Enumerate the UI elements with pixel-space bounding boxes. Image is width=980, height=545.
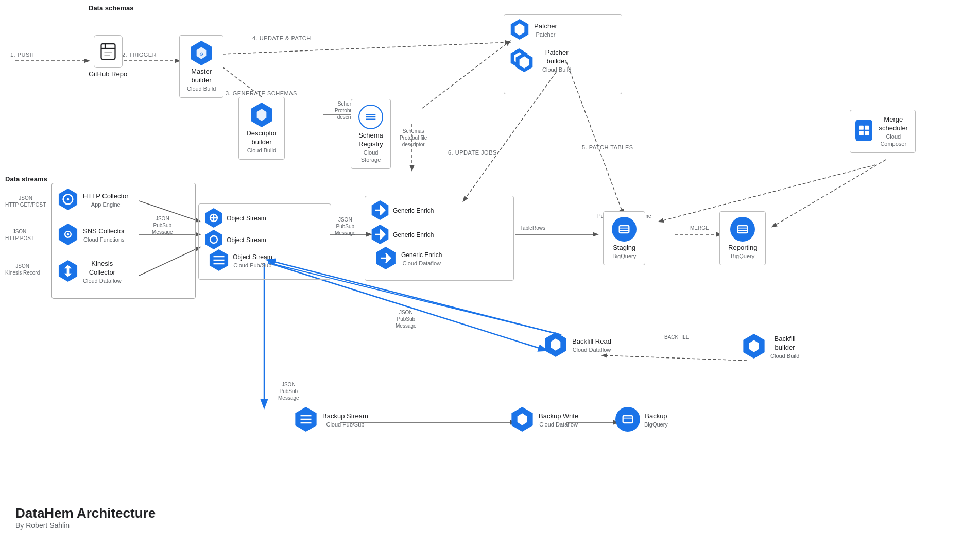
svg-line-22: [603, 355, 747, 361]
json-post-label: JSONHTTP POST: [5, 228, 34, 242]
backfill-builder-icon: [742, 334, 766, 359]
object-stream-2-node: Object Stream: [204, 230, 266, 251]
master-builder-sublabel: Cloud Build: [187, 85, 216, 92]
json-pubsub-3-label: JSONPubSubMessage: [396, 309, 417, 329]
data-streams-label: Data streams: [5, 175, 47, 183]
generic-enrich-1-label: Generic Enrich: [393, 207, 434, 215]
object-stream-3-label: Object Stream: [233, 253, 272, 262]
backfill-read-label: Backfill Read: [572, 337, 611, 346]
http-collector-node: HTTP Collector App Engine: [57, 189, 129, 212]
svg-line-9: [659, 165, 875, 222]
step-5-label: 5. PATCH TABLES: [582, 144, 633, 150]
sns-collector-label: SNS Collector: [83, 227, 125, 236]
backup-stream-node: Backup Stream Cloud Pub/Sub: [294, 407, 368, 434]
svg-rect-24: [101, 44, 115, 59]
descriptor-builder-icon: [249, 103, 274, 127]
object-stream-3-node: Object Stream Cloud Pub/Sub: [208, 249, 272, 273]
object-stream-1-label: Object Stream: [227, 215, 266, 223]
schema-registry-sublabel: Cloud Storage: [358, 149, 383, 164]
backup-stream-sublabel: Cloud Pub/Sub: [322, 421, 368, 428]
backup-write-icon: [510, 407, 535, 432]
svg-text:⚙: ⚙: [199, 52, 203, 57]
merge-scheduler-label: Mergescheduler: [876, 115, 910, 133]
kinesis-collector-sublabel: Cloud Dataflow: [83, 277, 122, 284]
staging-sublabel: BigQuery: [612, 252, 637, 260]
descriptor-builder-sublabel: Cloud Build: [246, 147, 277, 154]
object-stream-2-label: Object Stream: [227, 236, 266, 245]
schema-registry-icon: [358, 105, 383, 129]
svg-rect-43: [738, 226, 748, 233]
backup-write-node: Backup Write Cloud Dataflow: [510, 407, 578, 434]
kinesis-collector-icon: [57, 260, 79, 282]
schema-registry-label: SchemaRegistry: [358, 131, 383, 149]
backfill-read-icon: [543, 332, 568, 357]
svg-point-41: [210, 236, 217, 243]
merge-label: MERGE: [690, 225, 709, 231]
github-repo-node: GitHub Repo: [89, 35, 127, 79]
descriptor-builder-label: Descriptorbuilder: [246, 129, 277, 147]
patcher-box: Patcher Patcher Patcherbuilder Cloud Bui…: [504, 14, 622, 94]
generic-enrich-2-node: Generic Enrich: [370, 225, 434, 246]
patcher-sublabel: Patcher: [534, 31, 557, 38]
staging-node: Staging BigQuery Partition: Ingestion ti…: [597, 211, 651, 219]
svg-rect-33: [859, 126, 863, 130]
svg-rect-36: [865, 131, 869, 135]
step-3-label: 3. GENERATE SCHEMAS: [226, 90, 297, 96]
svg-point-39: [67, 233, 70, 236]
patcher-builder-label: Patcherbuilder: [542, 48, 571, 66]
architecture-subtitle: By Robert Sahlin: [15, 521, 156, 530]
json-pubsub-4-label: JSONPubSubMessage: [278, 381, 299, 401]
generic-enrich-3-node: Generic Enrich Cloud Dataflow: [374, 247, 442, 271]
bottom-title: DataHem Architecture By Robert Sahlin: [15, 505, 156, 530]
staging-icon: [612, 217, 637, 242]
merge-scheduler-sublabel: Cloud Composer: [876, 133, 910, 148]
reporting-sublabel: BigQuery: [728, 252, 757, 260]
kinesis-collector-node: KinesisCollector Cloud Dataflow: [57, 260, 122, 284]
patcher-label: Patcher: [534, 22, 557, 31]
object-stream-1-node: Object Stream: [204, 208, 266, 230]
svg-line-2: [222, 42, 510, 54]
svg-line-8: [772, 160, 886, 227]
step-1-label: 1. PUSH: [10, 52, 34, 58]
github-icon: [94, 35, 123, 68]
data-schemas-label: Data schemas: [89, 4, 133, 12]
tablerows-label: TableRows: [520, 225, 545, 231]
schemas-label-2: SchemasProtobuf filedescriptor: [400, 128, 427, 148]
backfill-builder-node: Backfillbuilder Cloud Build: [742, 334, 799, 361]
backfill-read-node: Backfill Read Cloud Dataflow: [543, 332, 611, 359]
master-builder-icon: ⚙: [189, 41, 214, 65]
architecture-title: DataHem Architecture: [15, 505, 156, 521]
svg-line-6: [422, 41, 510, 108]
json-get-label: JSONHTTP GET/POST: [5, 195, 46, 208]
patcher-node: Patcher Patcher: [509, 19, 557, 42]
sns-collector-node: SNS Collector Cloud Functions: [57, 224, 125, 247]
staging-label: Staging: [612, 244, 637, 252]
sns-collector-sublabel: Cloud Functions: [83, 236, 125, 243]
backup-write-label: Backup Write: [539, 412, 578, 421]
object-stream-3-sublabel: Cloud Pub/Sub: [233, 262, 272, 269]
generic-enrich-1-icon: [370, 200, 390, 220]
object-stream-3-icon: [208, 249, 230, 271]
backfill-builder-label: Backfillbuilder: [770, 335, 799, 352]
patcher-icon: [509, 19, 530, 40]
generic-enrich-2-label: Generic Enrich: [393, 231, 434, 240]
backup-label: Backup: [644, 412, 668, 421]
http-collector-label: HTTP Collector: [83, 192, 129, 201]
backup-stream-icon: [294, 407, 318, 432]
step-4-label: 4. UPDATE & PATCH: [252, 35, 311, 41]
github-label: GitHub Repo: [89, 70, 127, 79]
backup-icon: [615, 407, 640, 432]
object-stream-1-icon: [204, 208, 223, 228]
object-stream-2-icon: [204, 230, 223, 249]
merge-scheduler-icon: [855, 120, 872, 141]
reporting-icon: [730, 217, 755, 242]
json-pubsub-2-label: JSONPubSubMessage: [335, 216, 356, 236]
generic-enrich-3-label: Generic Enrich: [401, 251, 442, 260]
json-kinesis-label: JSONKinesis Record: [5, 263, 40, 276]
json-pubsub-1-label: JSONPubSubMessage: [152, 215, 173, 235]
backup-sublabel: BigQuery: [644, 421, 668, 428]
collectors-box: HTTP Collector App Engine SNS Collector …: [51, 183, 196, 299]
backup-stream-label: Backup Stream: [322, 412, 368, 421]
diagram: Data schemas Data streams 1. PUSH 2. TRI…: [0, 0, 980, 545]
http-collector-icon: [57, 189, 79, 210]
